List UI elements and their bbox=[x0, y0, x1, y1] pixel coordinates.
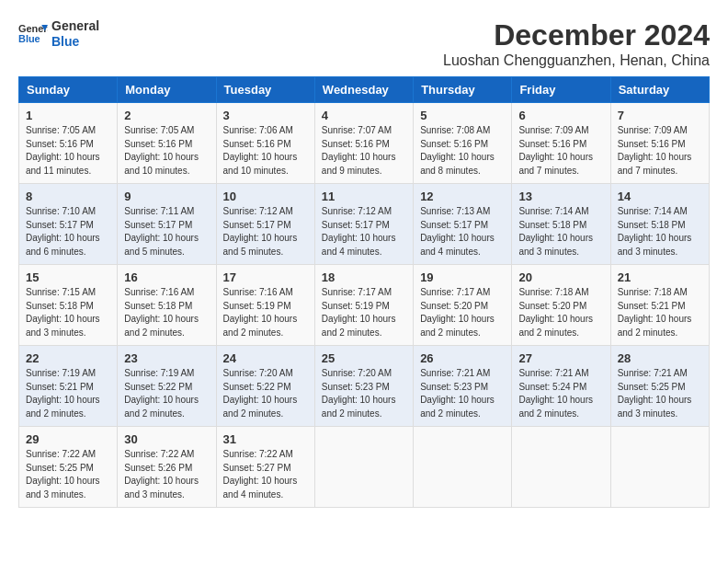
day-number: 15 bbox=[26, 270, 110, 284]
day-number: 4 bbox=[322, 109, 406, 122]
day-number: 18 bbox=[322, 270, 406, 284]
calendar-cell: 11Sunrise: 7:12 AMSunset: 5:17 PMDayligh… bbox=[314, 184, 413, 265]
calendar-cell: 8Sunrise: 7:10 AMSunset: 5:17 PMDaylight… bbox=[19, 184, 118, 265]
day-info: Sunrise: 7:22 AMSunset: 5:25 PMDaylight:… bbox=[26, 448, 110, 501]
day-info: Sunrise: 7:15 AMSunset: 5:18 PMDaylight:… bbox=[26, 286, 110, 339]
day-number: 22 bbox=[26, 351, 110, 365]
day-number: 26 bbox=[420, 351, 505, 365]
calendar-cell: 30Sunrise: 7:22 AMSunset: 5:26 PMDayligh… bbox=[118, 427, 216, 508]
calendar-row-1: 1Sunrise: 7:05 AMSunset: 5:16 PMDaylight… bbox=[19, 103, 710, 184]
weekday-header-sunday: Sunday bbox=[19, 77, 118, 103]
weekday-header-thursday: Thursday bbox=[414, 77, 512, 103]
day-info: Sunrise: 7:07 AMSunset: 5:16 PMDaylight:… bbox=[322, 124, 406, 178]
day-number: 14 bbox=[618, 190, 702, 203]
calendar-cell: 22Sunrise: 7:19 AMSunset: 5:21 PMDayligh… bbox=[19, 346, 118, 427]
day-number: 23 bbox=[124, 351, 209, 365]
day-number: 9 bbox=[124, 190, 209, 203]
page-title: December 2024 bbox=[443, 18, 710, 52]
day-number: 13 bbox=[518, 190, 603, 203]
calendar-cell: 27Sunrise: 7:21 AMSunset: 5:24 PMDayligh… bbox=[512, 346, 610, 427]
day-number: 20 bbox=[518, 270, 603, 284]
title-block: December 2024 Luoshan Chengguanzhen, Hen… bbox=[443, 18, 710, 69]
day-info: Sunrise: 7:09 AMSunset: 5:16 PMDaylight:… bbox=[618, 124, 702, 178]
day-info: Sunrise: 7:17 AMSunset: 5:20 PMDaylight:… bbox=[420, 286, 505, 339]
calendar-cell: 5Sunrise: 7:08 AMSunset: 5:16 PMDaylight… bbox=[414, 103, 512, 184]
page-header: General Blue General Blue December 2024 … bbox=[18, 18, 710, 69]
page-subtitle: Luoshan Chengguanzhen, Henan, China bbox=[443, 52, 710, 69]
calendar-cell: 10Sunrise: 7:12 AMSunset: 5:17 PMDayligh… bbox=[216, 184, 314, 265]
day-info: Sunrise: 7:05 AMSunset: 5:16 PMDaylight:… bbox=[26, 124, 110, 178]
day-number: 3 bbox=[223, 109, 308, 122]
day-info: Sunrise: 7:20 AMSunset: 5:23 PMDaylight:… bbox=[322, 367, 406, 420]
day-info: Sunrise: 7:14 AMSunset: 5:18 PMDaylight:… bbox=[618, 205, 702, 259]
day-number: 16 bbox=[124, 270, 209, 284]
weekday-header-monday: Monday bbox=[118, 77, 216, 103]
day-info: Sunrise: 7:16 AMSunset: 5:19 PMDaylight:… bbox=[223, 286, 308, 339]
day-info: Sunrise: 7:22 AMSunset: 5:27 PMDaylight:… bbox=[223, 448, 308, 501]
logo-icon: General Blue bbox=[18, 21, 48, 47]
day-info: Sunrise: 7:20 AMSunset: 5:22 PMDaylight:… bbox=[223, 367, 308, 420]
calendar-cell: 18Sunrise: 7:17 AMSunset: 5:19 PMDayligh… bbox=[314, 265, 413, 346]
calendar-cell bbox=[414, 427, 512, 508]
day-number: 28 bbox=[618, 351, 702, 365]
calendar-cell: 31Sunrise: 7:22 AMSunset: 5:27 PMDayligh… bbox=[216, 427, 314, 508]
calendar-cell: 2Sunrise: 7:05 AMSunset: 5:16 PMDaylight… bbox=[118, 103, 216, 184]
logo: General Blue General Blue bbox=[18, 18, 99, 50]
day-info: Sunrise: 7:22 AMSunset: 5:26 PMDaylight:… bbox=[124, 448, 209, 501]
day-info: Sunrise: 7:11 AMSunset: 5:17 PMDaylight:… bbox=[124, 205, 209, 259]
calendar-cell: 16Sunrise: 7:16 AMSunset: 5:18 PMDayligh… bbox=[118, 265, 216, 346]
calendar-cell: 7Sunrise: 7:09 AMSunset: 5:16 PMDaylight… bbox=[610, 103, 709, 184]
day-info: Sunrise: 7:08 AMSunset: 5:16 PMDaylight:… bbox=[420, 124, 505, 178]
day-number: 10 bbox=[223, 190, 308, 203]
day-number: 25 bbox=[322, 351, 406, 365]
day-info: Sunrise: 7:17 AMSunset: 5:19 PMDaylight:… bbox=[322, 286, 406, 339]
day-number: 6 bbox=[518, 109, 603, 122]
calendar-row-2: 8Sunrise: 7:10 AMSunset: 5:17 PMDaylight… bbox=[19, 184, 710, 265]
calendar-cell: 24Sunrise: 7:20 AMSunset: 5:22 PMDayligh… bbox=[216, 346, 314, 427]
calendar-cell: 20Sunrise: 7:18 AMSunset: 5:20 PMDayligh… bbox=[512, 265, 610, 346]
day-info: Sunrise: 7:09 AMSunset: 5:16 PMDaylight:… bbox=[518, 124, 603, 178]
day-number: 19 bbox=[420, 270, 505, 284]
day-info: Sunrise: 7:21 AMSunset: 5:25 PMDaylight:… bbox=[618, 367, 702, 420]
calendar-cell: 15Sunrise: 7:15 AMSunset: 5:18 PMDayligh… bbox=[19, 265, 118, 346]
day-info: Sunrise: 7:21 AMSunset: 5:24 PMDaylight:… bbox=[518, 367, 603, 420]
calendar-cell bbox=[610, 427, 709, 508]
calendar-row-3: 15Sunrise: 7:15 AMSunset: 5:18 PMDayligh… bbox=[19, 265, 710, 346]
calendar-cell: 25Sunrise: 7:20 AMSunset: 5:23 PMDayligh… bbox=[314, 346, 413, 427]
day-info: Sunrise: 7:21 AMSunset: 5:23 PMDaylight:… bbox=[420, 367, 505, 420]
day-info: Sunrise: 7:13 AMSunset: 5:17 PMDaylight:… bbox=[420, 205, 505, 259]
day-number: 12 bbox=[420, 190, 505, 203]
day-info: Sunrise: 7:19 AMSunset: 5:21 PMDaylight:… bbox=[26, 367, 110, 420]
weekday-header-row: SundayMondayTuesdayWednesdayThursdayFrid… bbox=[19, 77, 710, 103]
day-number: 24 bbox=[223, 351, 308, 365]
day-info: Sunrise: 7:12 AMSunset: 5:17 PMDaylight:… bbox=[223, 205, 308, 259]
weekday-header-friday: Friday bbox=[512, 77, 610, 103]
day-info: Sunrise: 7:06 AMSunset: 5:16 PMDaylight:… bbox=[223, 124, 308, 178]
calendar-cell: 21Sunrise: 7:18 AMSunset: 5:21 PMDayligh… bbox=[610, 265, 709, 346]
day-number: 27 bbox=[518, 351, 603, 365]
calendar-cell: 13Sunrise: 7:14 AMSunset: 5:18 PMDayligh… bbox=[512, 184, 610, 265]
calendar-cell: 29Sunrise: 7:22 AMSunset: 5:25 PMDayligh… bbox=[19, 427, 118, 508]
day-info: Sunrise: 7:05 AMSunset: 5:16 PMDaylight:… bbox=[124, 124, 209, 178]
calendar-cell: 26Sunrise: 7:21 AMSunset: 5:23 PMDayligh… bbox=[414, 346, 512, 427]
day-info: Sunrise: 7:18 AMSunset: 5:20 PMDaylight:… bbox=[518, 286, 603, 339]
calendar-cell: 3Sunrise: 7:06 AMSunset: 5:16 PMDaylight… bbox=[216, 103, 314, 184]
day-number: 29 bbox=[26, 432, 110, 446]
day-number: 7 bbox=[618, 109, 702, 122]
svg-text:Blue: Blue bbox=[18, 33, 40, 44]
day-number: 1 bbox=[26, 109, 110, 122]
day-number: 31 bbox=[223, 432, 308, 446]
day-number: 2 bbox=[124, 109, 209, 122]
calendar-table: SundayMondayTuesdayWednesdayThursdayFrid… bbox=[18, 76, 710, 508]
calendar-cell: 1Sunrise: 7:05 AMSunset: 5:16 PMDaylight… bbox=[19, 103, 118, 184]
calendar-cell: 4Sunrise: 7:07 AMSunset: 5:16 PMDaylight… bbox=[314, 103, 413, 184]
day-info: Sunrise: 7:16 AMSunset: 5:18 PMDaylight:… bbox=[124, 286, 209, 339]
weekday-header-tuesday: Tuesday bbox=[216, 77, 314, 103]
weekday-header-wednesday: Wednesday bbox=[314, 77, 413, 103]
day-info: Sunrise: 7:18 AMSunset: 5:21 PMDaylight:… bbox=[618, 286, 702, 339]
logo-line1: General bbox=[51, 18, 99, 34]
calendar-cell: 14Sunrise: 7:14 AMSunset: 5:18 PMDayligh… bbox=[610, 184, 709, 265]
day-number: 11 bbox=[322, 190, 406, 203]
logo-line2: Blue bbox=[51, 34, 99, 50]
calendar-row-5: 29Sunrise: 7:22 AMSunset: 5:25 PMDayligh… bbox=[19, 427, 710, 508]
